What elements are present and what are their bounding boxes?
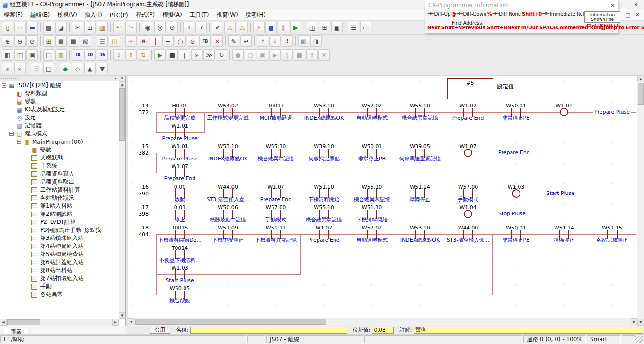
address-reference-button[interactable]: ▣ [331, 22, 343, 33]
resize-grip-icon[interactable] [635, 336, 643, 343]
scrollbar-thumb[interactable] [119, 88, 125, 141]
shift-right-button[interactable]: » [14, 63, 26, 74]
rung-number[interactable]: 18 [128, 225, 149, 231]
scroll-down-icon[interactable]: ▼ [119, 312, 125, 319]
window-close-button[interactable]: ✕ [628, 0, 644, 9]
stop-simulation-button[interactable]: ■ [167, 49, 178, 61]
continuous-step-run-button[interactable]: ≫ [203, 49, 215, 61]
tree-item[interactable]: P3伺服馬達手動_原點找 [0, 226, 119, 234]
delete-instruction-button[interactable]: ✕ [212, 35, 223, 47]
paste-button[interactable]: ▥ [97, 22, 108, 33]
name-input[interactable] [190, 327, 347, 334]
compile-all-button[interactable]: ⚠ [224, 22, 236, 33]
panel-dropdown-icon[interactable]: ▾ [113, 76, 119, 81]
download-to-plc-button[interactable]: ⇓ [113, 49, 124, 61]
compile-button[interactable]: ✔ [212, 22, 223, 33]
comment-input[interactable]: 暫停 [414, 327, 643, 334]
section-list-button[interactable]: ☰ [97, 35, 108, 47]
menu-item[interactable]: 編輯(E) [26, 9, 53, 20]
scan-run-button[interactable]: ↻ [216, 49, 227, 61]
menu-item[interactable]: 視窗(W) [213, 9, 242, 20]
scrollbar-thumb[interactable] [135, 319, 326, 325]
tile-windows-button[interactable]: ◫ [14, 49, 26, 61]
watch-window-button[interactable]: ◫ [307, 22, 318, 33]
tree-item[interactable]: 第7站扣環組入站 [0, 274, 119, 282]
copy-button[interactable]: ⊡ [84, 22, 96, 33]
ladder-coil[interactable] [512, 189, 520, 198]
debug-mode-button[interactable]: ▣ [257, 49, 268, 61]
tree-item[interactable]: 工作站資料計算 [0, 186, 119, 194]
step-run-button[interactable]: » [191, 49, 203, 61]
scroll-down-icon[interactable]: ▼ [637, 319, 644, 326]
tree-item[interactable]: 品種資料取出 [0, 178, 119, 186]
monitor-in-rung-button[interactable]: ▧ [80, 35, 91, 47]
popup-titlebar[interactable]: CX-Programmer Information ✕ [425, 0, 618, 10]
monitor-decimal-button[interactable]: 10 [72, 49, 83, 61]
scroll-left-icon[interactable]: ◀ [0, 319, 7, 326]
rung-number[interactable]: 17 [128, 204, 149, 211]
rung-number[interactable]: 16 [128, 184, 149, 190]
set-breakpoint-button[interactable]: ● [232, 49, 244, 61]
tree-item[interactable]: 各站動作狀況 [0, 194, 119, 202]
edit-comment-button[interactable]: ✎ [228, 35, 239, 47]
output-window-button[interactable]: ▭ [360, 22, 371, 33]
tree-item[interactable]: ▥記憶體 [0, 122, 119, 130]
arrange-icons-button[interactable]: ▣ [26, 49, 38, 61]
run-simulation-button[interactable]: ▶ [154, 49, 166, 61]
menu-item[interactable]: 檢視(V) [53, 9, 81, 20]
go-to-previous-address-button[interactable]: ▼ [97, 63, 108, 74]
scrollbar-thumb[interactable] [7, 319, 40, 325]
tree-expander-icon[interactable]: − [9, 132, 14, 136]
view-mnemonics-button[interactable]: ▤ [43, 49, 54, 61]
rung-number[interactable]: 14 [128, 103, 149, 109]
cross-reference-button[interactable]: ⊞ [319, 22, 330, 33]
monitor-hex-button[interactable]: 16 [97, 49, 108, 61]
pause-monitor-button[interactable]: ∥ [278, 22, 289, 33]
print-button[interactable]: ▤ [43, 22, 54, 33]
sync-stop-button[interactable]: ■ [294, 49, 305, 61]
tree-item[interactable]: 第1站入料站 [0, 202, 119, 210]
menu-item[interactable]: 說明(H) [242, 9, 269, 20]
view-ladder-button[interactable]: ▦ [55, 49, 67, 61]
undo-button[interactable]: ↶ [113, 22, 124, 33]
tree-panel-header[interactable]: ▾ ✕ [0, 76, 125, 81]
sync-run-button[interactable]: ▶ [269, 49, 281, 61]
comment-list-button[interactable]: ☰ [31, 63, 42, 74]
ladder-coil[interactable] [560, 108, 568, 116]
monitor-signed-decimal-button[interactable]: 10 [84, 49, 96, 61]
tree-expander-icon[interactable]: − [17, 140, 21, 144]
scroll-left-icon[interactable]: ◀ [128, 318, 134, 325]
open-file-button[interactable]: ▱ [14, 22, 26, 33]
tree-item[interactable]: 手動 [0, 282, 119, 291]
menu-item[interactable]: 程式(P) [132, 9, 159, 20]
ladder-vertical-scrollbar[interactable]: ▲ ▼ [637, 76, 644, 326]
tree-item[interactable]: ▤變數 [0, 146, 119, 154]
new-contact-button[interactable]: ⊣⊢ [125, 35, 137, 47]
new-closed-contact-button[interactable]: ⊣/⊢ [138, 35, 149, 47]
work-online-button[interactable]: ⚡ [253, 22, 265, 33]
popup-group[interactable]: ⊣⊢Diff-Up@ [427, 11, 456, 17]
tree-item[interactable]: −◫程式模式 [0, 130, 119, 138]
about-button[interactable]: i [183, 22, 194, 33]
new-coil-button[interactable]: ○ [175, 35, 186, 47]
new-plc-instruction-button[interactable]: FB [199, 35, 211, 47]
popup-group[interactable]: ⊣!⊢Immediate Ref [542, 11, 584, 17]
clear-breakpoints-button[interactable]: ○ [245, 49, 256, 61]
redo-button[interactable]: ↷ [125, 22, 137, 33]
shift-left-button[interactable]: « [2, 63, 13, 74]
new-horizontal-line-button[interactable]: ─ [162, 35, 174, 47]
tree-expander-icon[interactable]: − [2, 83, 6, 88]
instruction-block[interactable]: #5 [447, 78, 493, 99]
new-file-button[interactable]: ▯ [2, 22, 13, 33]
find-in-project-button[interactable]: ⊙ [167, 22, 178, 33]
zoom-fit-button[interactable]: ⊙ [26, 35, 38, 47]
menu-item[interactable]: PLC(P) [106, 10, 132, 20]
show-output-comments-button[interactable]: ◨ [310, 35, 322, 47]
io-comment-view-button[interactable]: ▤ [43, 63, 54, 74]
upload-from-plc-button[interactable]: ⇑ [125, 49, 137, 61]
tree-item[interactable]: 第8站出料站 [0, 266, 119, 274]
popup-group[interactable]: ⊣⊢Diff NoneShift+0 [492, 11, 542, 17]
scrollbar-thumb[interactable] [638, 83, 644, 105]
ladder-coil[interactable] [464, 210, 472, 218]
tree-item[interactable]: 第2站測試站 [0, 210, 119, 218]
